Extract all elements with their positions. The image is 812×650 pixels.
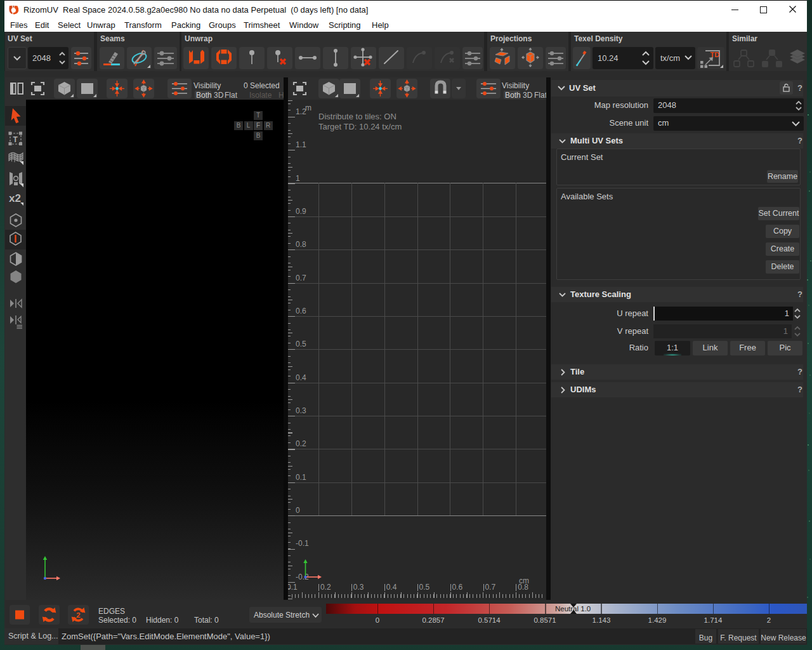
svg-text:x2: x2 bbox=[9, 192, 21, 204]
svg-text:2: 2 bbox=[76, 611, 80, 619]
svg-text:TD: TD bbox=[710, 51, 720, 58]
svg-text:T: T bbox=[13, 135, 18, 144]
